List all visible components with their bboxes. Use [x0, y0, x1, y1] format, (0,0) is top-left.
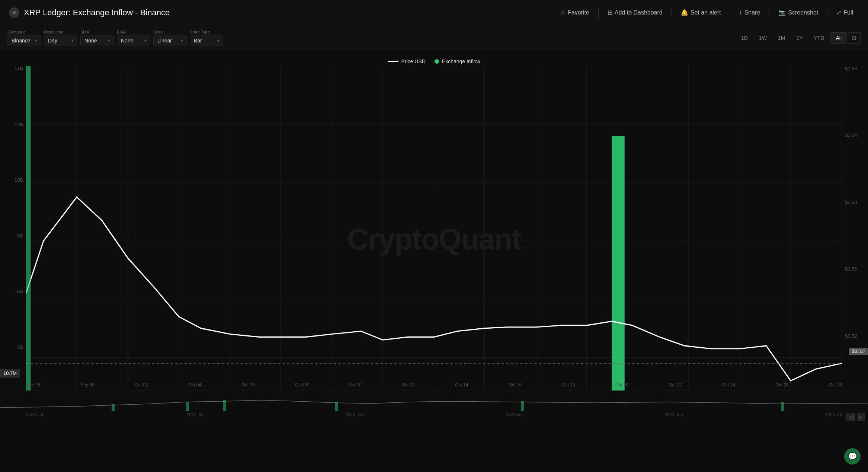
dashboard-icon: ⊞ — [608, 9, 612, 16]
x-axis-label: Oct 24 — [722, 382, 735, 388]
screenshot-button[interactable]: 📷 Screenshot — [772, 6, 824, 19]
exchange-dropdown[interactable]: Binance ▾ — [7, 35, 41, 46]
svg-rect-48 — [335, 402, 338, 411]
exchange-dropdown-group: Exchange Binance ▾ — [7, 30, 41, 46]
y-axis-left-label: 8B — [17, 233, 23, 239]
time-1y-button[interactable]: 1Y — [791, 33, 808, 43]
share-icon: ↑ — [739, 9, 742, 16]
time-1m-button[interactable]: 1M — [773, 33, 790, 43]
chevron-down-icon5: ▾ — [181, 39, 183, 43]
price-badge: $0.51* — [849, 348, 868, 355]
chart-legend: Price USD Exchange Inflow — [388, 58, 480, 64]
separator4 — [769, 7, 769, 18]
time-ytd-button[interactable]: YTD — [808, 33, 829, 43]
mini-nav-labels: 2022 Jan2022 Jul2023 Jan2023 Jul2024 Jan… — [0, 412, 868, 417]
main-chart-svg — [26, 66, 842, 428]
y-axis-left-label: 14B — [15, 66, 23, 71]
separator2 — [672, 7, 672, 18]
favorite-button[interactable]: ☆ Favorite — [554, 6, 595, 19]
sma-dropdown[interactable]: None ▾ — [80, 35, 114, 46]
mini-nav-label: 2022 Jan — [26, 412, 44, 417]
chart-type-label: Chart Type — [190, 30, 223, 34]
y-axis-right-label: $0.56 — [845, 266, 857, 272]
separator5 — [827, 7, 827, 18]
bell-icon: 🔔 — [681, 9, 688, 16]
resolution-dropdown[interactable]: Day ▾ — [44, 35, 77, 46]
x-axis-label: Oct 16 — [509, 382, 522, 388]
time-1w-button[interactable]: 1W — [754, 33, 772, 43]
mini-nav-label: 2022 Jul — [186, 412, 203, 417]
svg-rect-49 — [521, 401, 524, 411]
x-axis-label: Oct 04 — [188, 382, 201, 388]
y-axis-left: 14B12B10B8B6B4B2B — [0, 66, 26, 405]
chat-button[interactable]: 💬 — [844, 448, 861, 465]
sma-dropdown-group: SMA None ▾ — [80, 30, 114, 46]
separator — [598, 7, 599, 18]
time-range-selector: 1D 1W 1M 1Y YTD All ⊡ — [736, 32, 861, 44]
time-1d-button[interactable]: 1D — [736, 33, 753, 43]
star-icon: ☆ — [560, 9, 566, 16]
chart-type-dropdown-group: Chart Type Bar ▾ — [190, 30, 223, 46]
x-axis-label: Oct 18 — [562, 382, 575, 388]
logo-icon: ✕ — [9, 7, 19, 18]
y-axis-right-label: $0.68 — [845, 66, 857, 71]
set-alert-button[interactable]: 🔔 Set an alert — [675, 6, 727, 19]
time-all-button[interactable]: All — [830, 32, 847, 44]
x-axis: Sep 28Sep 30Oct 02Oct 04Oct 06Oct 08Oct … — [26, 382, 842, 388]
chart-type-dropdown[interactable]: Bar ▾ — [190, 35, 223, 46]
x-axis-label: Oct 28 — [829, 382, 842, 388]
header-actions: ☆ Favorite ⊞ Add to Dashboard 🔔 Set an a… — [554, 6, 859, 19]
y-axis-left-label: 10B — [15, 177, 23, 183]
fullscreen-chart-button[interactable]: ⊡ — [848, 32, 861, 44]
price-line-legend — [388, 61, 398, 62]
chart-container: CryptoQuant Price USD Exchange Inflow 14… — [0, 51, 868, 428]
x-axis-label: Oct 06 — [241, 382, 254, 388]
toolbar: Exchange Binance ▾ Resolution Day ▾ SMA … — [0, 25, 868, 51]
camera-icon: 📷 — [778, 9, 786, 16]
ema-label: EMA — [117, 30, 150, 34]
fullscreen-button[interactable]: ⤢ Full — [830, 6, 859, 19]
x-axis-label: Oct 10 — [348, 382, 361, 388]
legend-price: Price USD — [388, 58, 425, 64]
y-axis-right-label: $0.52 — [845, 333, 857, 339]
mini-nav-label: 2024 Jul — [825, 412, 842, 417]
x-axis-label: Oct 12 — [402, 382, 415, 388]
mini-nav-label: 2024 Jan — [664, 412, 683, 417]
svg-rect-50 — [781, 402, 784, 411]
mini-nav-label: 2023 Jul — [506, 412, 522, 417]
inflow-dot-legend — [435, 59, 439, 64]
header: ✕ XRP Ledger: Exchange Inflow - Binance … — [0, 0, 868, 25]
resolution-label: Resolution — [44, 30, 77, 34]
value-badge: 10.7M — [0, 369, 20, 377]
y-axis-left-label: 4B — [17, 344, 23, 350]
chevron-down-icon2: ▾ — [71, 39, 73, 43]
svg-rect-44 — [26, 66, 31, 428]
header-left: ✕ XRP Ledger: Exchange Inflow - Binance — [9, 7, 170, 18]
x-axis-label: Oct 26 — [775, 382, 788, 388]
x-axis-label: Oct 20 — [615, 382, 628, 388]
mini-nav-label: 2023 Jan — [345, 412, 363, 417]
y-axis-left-label: 6B — [17, 288, 23, 294]
y-axis-right-label: $0.60 — [845, 200, 857, 205]
x-axis-label: Oct 14 — [455, 382, 468, 388]
sma-label: SMA — [80, 30, 114, 34]
share-button[interactable]: ↑ Share — [733, 6, 766, 19]
ema-dropdown[interactable]: None ▾ — [117, 35, 150, 46]
x-axis-label: Sep 30 — [80, 382, 95, 388]
svg-rect-45 — [112, 404, 115, 411]
legend-inflow: Exchange Inflow — [435, 58, 480, 64]
nav-handle-left[interactable]: ◁ — [846, 413, 855, 421]
scale-dropdown-group: Scale Linear ▾ — [153, 30, 187, 46]
x-axis-label: Sep 28 — [26, 382, 40, 388]
expand-icon: ⤢ — [836, 9, 841, 16]
scale-label: Scale — [153, 30, 187, 34]
nav-handle-right[interactable]: ▷ — [857, 413, 865, 421]
nav-handles: ◁ ▷ — [846, 413, 865, 421]
add-dashboard-button[interactable]: ⊞ Add to Dashboard — [602, 6, 669, 19]
ema-dropdown-group: EMA None ▾ — [117, 30, 150, 46]
svg-rect-46 — [186, 402, 189, 411]
svg-rect-47 — [223, 400, 226, 411]
scale-dropdown[interactable]: Linear ▾ — [153, 35, 187, 46]
resolution-dropdown-group: Resolution Day ▾ — [44, 30, 77, 46]
chevron-down-icon: ▾ — [35, 39, 37, 43]
